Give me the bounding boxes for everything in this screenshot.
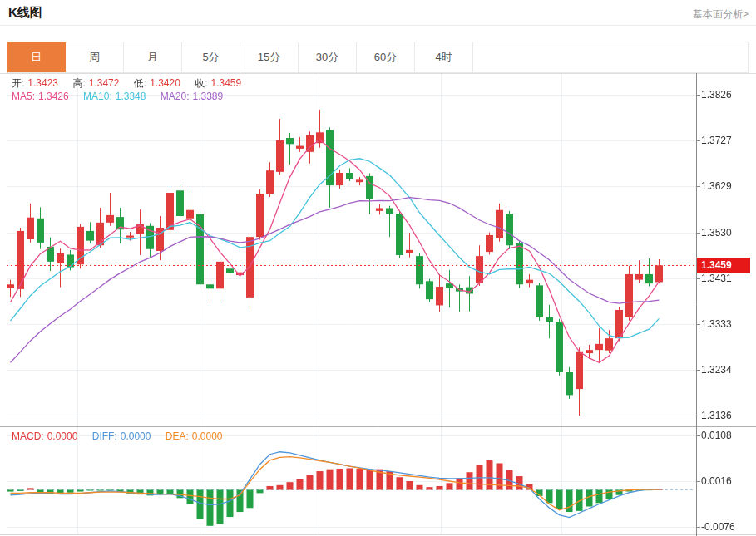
y-axis-label: 1.3727: [701, 135, 732, 146]
tab-day[interactable]: 日: [7, 42, 66, 72]
y-axis-label: 1.3431: [701, 273, 732, 284]
ma10-value: 1.3348: [116, 91, 146, 102]
period-tab-bar: 日周月5分15分30分60分4时: [7, 42, 749, 73]
close-value: 1.3459: [211, 77, 242, 89]
y-axis-label: 1.3136: [701, 410, 732, 421]
fundamental-analysis-link[interactable]: 基本面分析>: [693, 7, 749, 22]
close-label: 收:: [195, 77, 207, 89]
tab-30min[interactable]: 30分: [299, 42, 357, 72]
ohlc-legend: 开:1.3423 高:1.3472 低:1.3420 收:1.3459: [12, 76, 245, 91]
y-axis-label: 0.0016: [701, 475, 732, 487]
y-axis-label: 1.3234: [701, 364, 732, 376]
ma5-value: 1.3426: [38, 91, 69, 102]
y-axis-label: 1.3826: [701, 89, 732, 101]
tab-5min[interactable]: 5分: [182, 42, 240, 72]
y-axis-label: 1.3530: [701, 227, 732, 238]
low-value: 1.3420: [150, 77, 180, 89]
tab-15min[interactable]: 15分: [240, 42, 299, 72]
high-value: 1.3472: [89, 77, 120, 89]
high-label: 高:: [72, 77, 85, 89]
kline-page: K线图 基本面分析> 日周月5分15分30分60分4时 开:1.3423 高:1…: [0, 0, 756, 536]
y-axis-label: -0.0076: [701, 521, 735, 533]
macd-value: 0.0000: [47, 430, 78, 442]
diff-label: DIFF:: [92, 430, 117, 442]
kline-canvas[interactable]: [0, 73, 756, 536]
open-value: 1.3423: [27, 77, 58, 89]
low-label: 低:: [134, 77, 146, 89]
tab-4hour[interactable]: 4时: [415, 42, 473, 72]
tab-60min[interactable]: 60分: [357, 42, 415, 72]
tab-month[interactable]: 月: [124, 42, 182, 72]
page-title: K线图: [8, 5, 42, 21]
ma10-label: MA10:: [83, 91, 112, 102]
macd-label: MACD:: [12, 430, 44, 442]
y-axis-label: 0.0108: [701, 430, 732, 441]
tab-week[interactable]: 周: [66, 42, 124, 72]
ma20-label: MA20:: [161, 91, 190, 102]
ma-legend: MA5:1.3426 MA10:1.3348 MA20:1.3389: [12, 91, 226, 102]
y-axis-label: 1.3629: [701, 180, 732, 192]
dea-label: DEA:: [166, 430, 189, 442]
chart-area: 开:1.3423 高:1.3472 低:1.3420 收:1.3459 MA5:…: [0, 73, 756, 536]
page-header: K线图 基本面分析>: [0, 0, 756, 26]
ma20-value: 1.3389: [192, 91, 223, 102]
dea-value: 0.0000: [192, 430, 223, 442]
y-axis-label: 1.3333: [701, 318, 732, 330]
macd-legend: MACD:0.0000 DIFF:0.0000 DEA:0.0000: [12, 430, 225, 442]
tab-bar-filler: [473, 42, 748, 72]
diff-value: 0.0000: [121, 430, 151, 442]
open-label: 开:: [12, 77, 24, 89]
current-price-badge: 1.3459: [697, 258, 750, 273]
ma5-label: MA5:: [12, 91, 35, 102]
